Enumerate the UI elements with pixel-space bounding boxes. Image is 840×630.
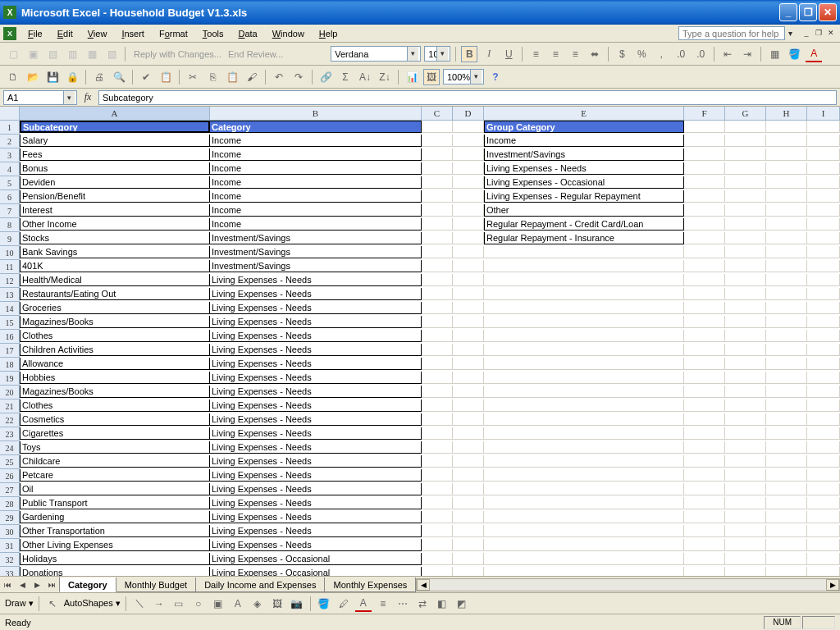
scroll-right-icon[interactable]: ▶ — [826, 579, 839, 591]
cell-a16[interactable]: Clothes — [20, 330, 210, 342]
row-header-3[interactable]: 3 — [0, 148, 20, 162]
cell-G7[interactable] — [725, 204, 766, 217]
cell-e29[interactable] — [484, 511, 684, 523]
cell-G16[interactable] — [725, 330, 766, 342]
cell-d28[interactable] — [453, 497, 484, 509]
cell-I24[interactable] — [807, 441, 840, 454]
line-style-button[interactable]: ≡ — [375, 596, 391, 612]
cell-c13[interactable] — [422, 288, 453, 300]
rectangle-button[interactable]: ▭ — [171, 596, 187, 612]
cell-I3[interactable] — [807, 148, 840, 161]
underline-button[interactable]: U — [500, 46, 517, 62]
textbox-button[interactable]: ▣ — [210, 596, 226, 612]
merge-center-button[interactable]: ⬌ — [587, 46, 603, 62]
tool-6[interactable]: ▧ — [103, 46, 120, 62]
worksheet-area[interactable]: ABCDEFGHI1SubcategoryCategoryGroup Categ… — [0, 107, 840, 576]
cell-b17[interactable]: Living Expenses - Needs — [210, 344, 422, 356]
cell-H30[interactable] — [766, 525, 807, 537]
cell-F7[interactable] — [684, 204, 725, 217]
cell-b8[interactable]: Income — [210, 218, 422, 231]
cell-c9[interactable] — [422, 232, 453, 244]
row-header-17[interactable]: 17 — [0, 344, 20, 358]
cell-G22[interactable] — [725, 413, 766, 426]
align-right-button[interactable]: ≡ — [567, 46, 583, 62]
cell-c3[interactable] — [422, 148, 453, 161]
cell-c26[interactable] — [422, 469, 453, 482]
cell-e3[interactable]: Investment/Savings — [484, 148, 684, 161]
row-header-28[interactable]: 28 — [0, 497, 20, 511]
cell-H12[interactable] — [766, 274, 807, 286]
cell-G6[interactable] — [725, 190, 766, 203]
cell-e21[interactable] — [484, 399, 684, 412]
cell-d16[interactable] — [453, 330, 484, 342]
select-objects-button[interactable]: ↖ — [44, 596, 61, 612]
cell-a19[interactable]: Hobbies — [20, 372, 210, 384]
sheet-tab-monthly-budget[interactable]: Monthly Budget — [116, 578, 196, 592]
cell-F30[interactable] — [684, 525, 725, 537]
cell-b31[interactable]: Living Expenses - Needs — [210, 539, 422, 551]
menu-view[interactable]: View — [81, 27, 114, 40]
cell-I31[interactable] — [807, 539, 840, 551]
drawing-button[interactable]: 🖼 — [423, 69, 440, 85]
tab-nav-first[interactable]: ⏮ — [0, 577, 15, 592]
cell-F29[interactable] — [684, 511, 725, 523]
save-button[interactable]: 💾 — [44, 69, 61, 85]
menu-insert[interactable]: Insert — [115, 27, 151, 40]
cell-G31[interactable] — [725, 539, 766, 551]
clipart-button[interactable]: 🖼 — [269, 596, 285, 612]
cell-e7[interactable]: Other — [484, 204, 684, 217]
cell-b13[interactable]: Living Expenses - Needs — [210, 288, 422, 300]
research-button[interactable]: 📋 — [158, 69, 174, 85]
row-header-23[interactable]: 23 — [0, 427, 20, 441]
menu-tools[interactable]: Tools — [196, 27, 231, 40]
tool-3[interactable]: ▤ — [44, 46, 61, 62]
cell-e4[interactable]: Living Expenses - Needs — [484, 162, 684, 175]
cell-a33[interactable]: Donations — [20, 567, 210, 576]
cell-b12[interactable]: Living Expenses - Needs — [210, 274, 422, 286]
column-header-H[interactable]: H — [766, 107, 807, 121]
cell-G1[interactable] — [725, 121, 766, 133]
cell-a32[interactable]: Holidays — [20, 553, 210, 565]
row-header-11[interactable]: 11 — [0, 260, 20, 274]
cell-I30[interactable] — [807, 525, 840, 537]
select-all-corner[interactable] — [0, 107, 20, 121]
hyperlink-button[interactable]: 🔗 — [317, 69, 334, 85]
horizontal-scrollbar[interactable]: ◀ ▶ — [416, 578, 840, 591]
cell-G2[interactable] — [725, 135, 766, 147]
cell-c31[interactable] — [422, 539, 453, 551]
cell-G12[interactable] — [725, 274, 766, 286]
italic-button[interactable]: I — [481, 46, 497, 62]
cell-b4[interactable]: Income — [210, 162, 422, 175]
sort-desc-button[interactable]: Z↓ — [377, 69, 393, 85]
cell-d9[interactable] — [453, 232, 484, 244]
cell-G13[interactable] — [725, 288, 766, 300]
cell-G11[interactable] — [725, 260, 766, 272]
cell-b22[interactable]: Living Expenses - Needs — [210, 413, 422, 426]
cell-I1[interactable] — [807, 121, 840, 133]
cell-H13[interactable] — [766, 288, 807, 300]
cell-e14[interactable] — [484, 302, 684, 314]
cell-b5[interactable]: Income — [210, 176, 422, 189]
cell-H3[interactable] — [766, 148, 807, 161]
cell-e31[interactable] — [484, 539, 684, 551]
row-header-14[interactable]: 14 — [0, 302, 20, 316]
row-header-29[interactable]: 29 — [0, 511, 20, 525]
cell-G27[interactable] — [725, 483, 766, 495]
row-header-9[interactable]: 9 — [0, 232, 20, 246]
cell-H5[interactable] — [766, 176, 807, 189]
shadow-button[interactable]: ◧ — [434, 596, 450, 612]
cell-a13[interactable]: Restaurants/Eating Out — [20, 288, 210, 300]
menu-data[interactable]: Data — [231, 27, 263, 40]
paste-button[interactable]: 📋 — [224, 69, 240, 85]
column-header-C[interactable]: C — [422, 107, 453, 121]
cell-e17[interactable] — [484, 344, 684, 356]
cell-e18[interactable] — [484, 358, 684, 370]
cell-e23[interactable] — [484, 427, 684, 440]
new-button[interactable]: 🗋 — [5, 69, 21, 85]
cell-a8[interactable]: Other Income — [20, 218, 210, 231]
cell-I13[interactable] — [807, 288, 840, 300]
row-header-25[interactable]: 25 — [0, 455, 20, 469]
cell-a31[interactable]: Other Living Expenses — [20, 539, 210, 551]
cell-c27[interactable] — [422, 483, 453, 495]
cell-b16[interactable]: Living Expenses - Needs — [210, 330, 422, 342]
